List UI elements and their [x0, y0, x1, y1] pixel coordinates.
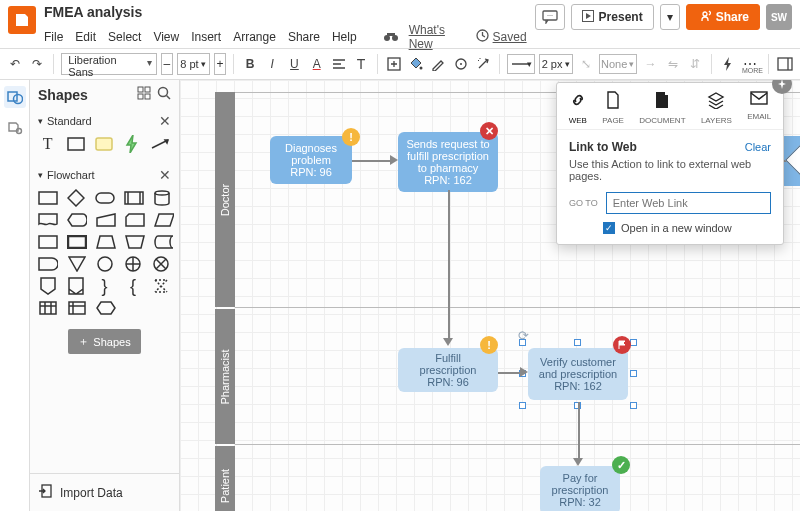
section-flowchart[interactable]: ▾ Flowchart ✕: [30, 163, 179, 187]
fc-stored[interactable]: [154, 233, 174, 251]
connector[interactable]: [578, 402, 580, 460]
node-diagnoses[interactable]: DiagnosesproblemRPN: 96: [270, 136, 352, 184]
lane-patient[interactable]: Patient: [215, 446, 235, 511]
more-button[interactable]: ⋯MORE: [741, 56, 761, 72]
section-standard[interactable]: ▾ Standard ✕: [30, 109, 179, 133]
tab-document[interactable]: DOCUMENT: [639, 91, 685, 125]
error-icon[interactable]: ✕: [480, 122, 498, 140]
fc-loop[interactable]: [96, 299, 116, 317]
flip-v-button[interactable]: ⇵: [686, 53, 704, 75]
fc-connector[interactable]: [95, 255, 114, 273]
tab-page[interactable]: PAGE: [602, 91, 624, 125]
doc-title[interactable]: FMEA analysis: [44, 4, 142, 20]
fc-internal[interactable]: [67, 299, 87, 317]
clear-link[interactable]: Clear: [745, 141, 771, 153]
success-icon[interactable]: ✓: [612, 456, 630, 474]
fc-manual-input[interactable]: [96, 211, 116, 229]
style-copy-button[interactable]: [452, 53, 470, 75]
shapes-rail-button[interactable]: [4, 86, 26, 108]
menu-share[interactable]: Share: [288, 30, 320, 44]
font-select[interactable]: Liberation Sans: [61, 53, 157, 75]
menu-edit[interactable]: Edit: [75, 30, 96, 44]
font-increase[interactable]: +: [214, 53, 226, 75]
fc-table[interactable]: [38, 299, 58, 317]
shape-arrow[interactable]: [151, 135, 171, 153]
warn-icon[interactable]: !: [480, 336, 498, 354]
whats-new-link[interactable]: What's New: [409, 23, 466, 51]
new-window-checkbox[interactable]: ✓ Open in a new window: [603, 222, 771, 234]
fc-data[interactable]: [154, 211, 174, 229]
shape-library-icon[interactable]: [137, 86, 151, 103]
line-end-left[interactable]: ⤡: [577, 53, 595, 75]
fc-collate[interactable]: [152, 277, 171, 295]
menu-view[interactable]: View: [153, 30, 179, 44]
connector[interactable]: [352, 160, 392, 162]
menu-file[interactable]: File: [44, 30, 63, 44]
layout-panel-button[interactable]: [776, 53, 794, 75]
fc-offpage[interactable]: [38, 277, 57, 295]
saved-status[interactable]: Saved: [493, 30, 527, 44]
history-icon[interactable]: [476, 29, 489, 45]
menu-arrange[interactable]: Arrange: [233, 30, 276, 44]
shape-bolt[interactable]: [123, 135, 142, 153]
bolt-button[interactable]: [719, 53, 737, 75]
italic-button[interactable]: I: [263, 53, 281, 75]
tab-email[interactable]: EMAIL: [747, 91, 771, 125]
border-color-button[interactable]: [429, 53, 447, 75]
undo-button[interactable]: ↶: [6, 53, 24, 75]
tab-web[interactable]: WEB: [569, 91, 587, 125]
menu-insert[interactable]: Insert: [191, 30, 221, 44]
magic-button[interactable]: [474, 53, 492, 75]
node-pay[interactable]: Pay forprescriptionRPN: 32: [540, 466, 620, 511]
fc-process[interactable]: [38, 189, 58, 207]
underline-button[interactable]: U: [285, 53, 303, 75]
data-rail-button[interactable]: [4, 116, 26, 138]
warn-icon[interactable]: !: [342, 128, 360, 146]
fc-brace-close[interactable]: }: [95, 277, 114, 295]
fc-display[interactable]: [67, 211, 87, 229]
avatar[interactable]: SW: [766, 4, 792, 30]
fc-document[interactable]: [38, 211, 58, 229]
connector[interactable]: [498, 372, 522, 374]
shape-rect[interactable]: [66, 135, 85, 153]
fc-brace-open[interactable]: {: [123, 277, 142, 295]
fc-card[interactable]: [125, 211, 145, 229]
line-width-select[interactable]: 2 px: [539, 54, 572, 74]
node-fulfill[interactable]: Fulfill prescriptionRPN: 96: [398, 348, 498, 392]
text-size-button[interactable]: T: [352, 53, 370, 75]
fc-predefined[interactable]: [124, 189, 144, 207]
node-verify[interactable]: Verify customerand prescriptionRPN: 162: [528, 348, 628, 400]
fc-or[interactable]: [152, 255, 171, 273]
flip-h-button[interactable]: ⇋: [664, 53, 682, 75]
fc-merge[interactable]: [67, 255, 86, 273]
fc-trap[interactable]: [96, 233, 116, 251]
search-icon[interactable]: [157, 86, 171, 103]
fill-color-button[interactable]: [407, 53, 425, 75]
close-icon[interactable]: ✕: [159, 167, 171, 183]
close-icon[interactable]: ✕: [159, 113, 171, 129]
present-dropdown[interactable]: ▾: [660, 4, 680, 30]
binoculars-icon[interactable]: [383, 30, 399, 45]
connector[interactable]: [448, 190, 450, 340]
fc-decision[interactable]: [67, 189, 86, 207]
fc-terminator[interactable]: [95, 189, 115, 207]
fc-database[interactable]: [153, 189, 172, 207]
fc-process3[interactable]: [67, 233, 87, 251]
redo-button[interactable]: ↷: [28, 53, 46, 75]
fc-trap2[interactable]: [125, 233, 145, 251]
fc-process2[interactable]: [38, 233, 58, 251]
fc-sum[interactable]: [124, 255, 143, 273]
line-style-select[interactable]: [507, 54, 535, 74]
comments-button[interactable]: ⋯: [535, 4, 565, 30]
shape-note[interactable]: [95, 135, 114, 153]
web-link-input[interactable]: [606, 192, 771, 214]
line-end-right[interactable]: →: [641, 53, 659, 75]
flag-icon[interactable]: [613, 336, 631, 354]
font-size-select[interactable]: 8 pt: [177, 53, 210, 75]
shape-text[interactable]: T: [38, 135, 57, 153]
node-sends[interactable]: Sends request tofulfill prescriptionto p…: [398, 132, 498, 192]
import-data-button[interactable]: Import Data: [30, 473, 179, 511]
canvas[interactable]: Doctor Pharmacist Patient Diagnosesprobl…: [180, 80, 800, 511]
tab-layers[interactable]: LAYERS: [701, 91, 732, 125]
fc-delay[interactable]: [38, 255, 58, 273]
